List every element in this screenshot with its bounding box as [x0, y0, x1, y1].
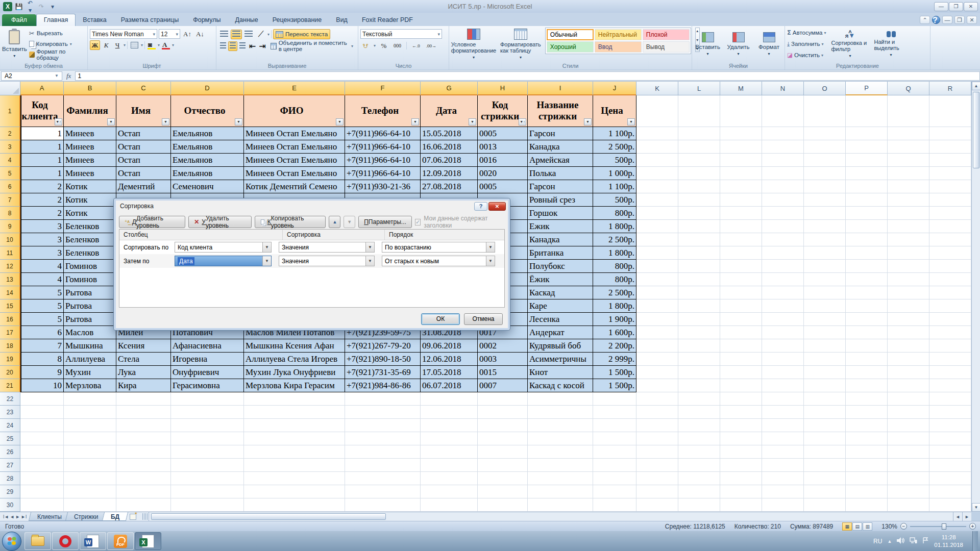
column-header-H[interactable]: H [478, 82, 528, 95]
cell-Q26[interactable] [888, 445, 929, 459]
column-header-L[interactable]: L [678, 82, 720, 95]
cell-J2[interactable]: 1 100р. [593, 127, 636, 140]
cell-H29[interactable] [478, 485, 528, 498]
cell-G28[interactable] [421, 472, 478, 485]
cell-R5[interactable] [929, 167, 971, 180]
cell-B15[interactable]: Рытова [64, 299, 116, 313]
fill-color-button[interactable]: ◙ [146, 40, 157, 50]
cell-D4[interactable]: Емельянов [171, 154, 244, 167]
cell-K8[interactable] [636, 207, 678, 220]
cell-G20[interactable]: 17.05.2018 [421, 366, 478, 379]
level2-order-select[interactable]: От старых к новым▼ [382, 256, 495, 266]
cell-F19[interactable]: +7(921)890-18-50 [345, 353, 421, 366]
cell-L15[interactable] [678, 299, 720, 313]
scroll-left-icon[interactable]: ◄ [953, 512, 962, 521]
cell-P22[interactable] [846, 392, 888, 406]
cell-J24[interactable] [593, 419, 636, 432]
level2-column-select[interactable]: Дата▼ [175, 256, 272, 266]
close-button[interactable]: ✕ [964, 2, 978, 11]
excel-app-icon[interactable]: X [3, 2, 12, 11]
cell-B29[interactable] [64, 485, 116, 498]
redo-button[interactable]: ↷ [37, 3, 46, 10]
cell-E23[interactable] [244, 406, 345, 419]
cell-N14[interactable] [762, 286, 804, 299]
cell-A30[interactable] [20, 498, 64, 512]
cell-D5[interactable]: Емельянов [171, 167, 244, 180]
cell-I11[interactable]: Британка [528, 246, 593, 260]
horizontal-scrollbar[interactable] [149, 512, 953, 521]
cell-D2[interactable]: Емельянов [171, 127, 244, 140]
cell-Q7[interactable] [888, 193, 929, 207]
column-header-F[interactable]: F [345, 82, 421, 95]
format-painter-button[interactable]: Формат по образцу [28, 49, 85, 60]
cell-K1[interactable] [636, 95, 678, 127]
cell-R6[interactable] [929, 180, 971, 193]
cell-M9[interactable] [720, 220, 762, 233]
cell-O28[interactable] [804, 472, 846, 485]
cell-A22[interactable] [20, 392, 64, 406]
cell-Q25[interactable] [888, 432, 929, 445]
help-icon[interactable]: ? [932, 16, 940, 24]
cell-M2[interactable] [720, 127, 762, 140]
dialog-help-button[interactable]: ? [474, 202, 487, 211]
cell-M14[interactable] [720, 286, 762, 299]
cell-P29[interactable] [846, 485, 888, 498]
column-header-Q[interactable]: Q [888, 82, 929, 95]
row-header-17[interactable]: 17 [0, 326, 20, 339]
cell-E29[interactable] [244, 485, 345, 498]
cell-Q1[interactable] [888, 95, 929, 127]
cell-G1[interactable]: Дата▼ [421, 95, 478, 127]
cell-I14[interactable]: Каскад [528, 286, 593, 299]
row-header-28[interactable]: 28 [0, 472, 20, 485]
cell-B17[interactable]: Маслов [64, 326, 116, 339]
show-hidden-icons[interactable]: ▲ [887, 539, 892, 544]
level2-sorton-select[interactable]: Значения▼ [279, 256, 375, 266]
number-format-select[interactable]: Текстовый▾ [360, 29, 442, 39]
cell-R23[interactable] [929, 406, 971, 419]
cell-N29[interactable] [762, 485, 804, 498]
tab-главная[interactable]: Главная [36, 14, 76, 26]
align-top-button[interactable] [218, 30, 230, 39]
cell-F25[interactable] [345, 432, 421, 445]
cell-A3[interactable]: 1 [20, 140, 64, 154]
cell-N21[interactable] [762, 379, 804, 392]
cell-B27[interactable] [64, 459, 116, 472]
cell-I24[interactable] [528, 419, 593, 432]
scroll-down-icon[interactable]: ▼ [972, 503, 980, 512]
zoom-level[interactable]: 130% [881, 523, 897, 530]
cell-M6[interactable] [720, 180, 762, 193]
row-header-5[interactable]: 5 [0, 167, 20, 180]
cell-P30[interactable] [846, 498, 888, 512]
row-header-23[interactable]: 23 [0, 406, 20, 419]
cell-K17[interactable] [636, 326, 678, 339]
cut-button[interactable]: ✂Вырезать [28, 28, 85, 38]
tab-вставка[interactable]: Вставка [76, 14, 113, 26]
cell-O15[interactable] [804, 299, 846, 313]
cell-A1[interactable]: Код клиента▼↑ [20, 95, 64, 127]
cell-P27[interactable] [846, 459, 888, 472]
row-header-2[interactable]: 2 [0, 127, 20, 140]
cell-Q27[interactable] [888, 459, 929, 472]
delete-cells-button[interactable]: Удалить▾ [725, 28, 752, 60]
row-header-15[interactable]: 15 [0, 299, 20, 313]
cell-B1[interactable]: Фамилия▼ [64, 95, 116, 127]
delete-level-button[interactable]: ✕УУдалить уровень [188, 216, 252, 228]
cell-C30[interactable] [116, 498, 171, 512]
cell-F30[interactable] [345, 498, 421, 512]
cell-B2[interactable]: Минеев [64, 127, 116, 140]
workbook-close-icon[interactable]: ✕ [967, 16, 977, 24]
cell-N9[interactable] [762, 220, 804, 233]
action-center-flag-icon[interactable] [922, 537, 929, 545]
cell-N5[interactable] [762, 167, 804, 180]
cell-P13[interactable] [846, 273, 888, 286]
filter-dropdown-icon-D[interactable]: ▼ [235, 118, 242, 126]
cell-I23[interactable] [528, 406, 593, 419]
cell-E25[interactable] [244, 432, 345, 445]
undo-button[interactable]: ↶ ▾ [26, 0, 35, 14]
orientation-button[interactable]: ⟋ [255, 30, 266, 39]
cell-M23[interactable] [720, 406, 762, 419]
cell-L8[interactable] [678, 207, 720, 220]
cell-R21[interactable] [929, 379, 971, 392]
cell-L23[interactable] [678, 406, 720, 419]
cell-M17[interactable] [720, 326, 762, 339]
